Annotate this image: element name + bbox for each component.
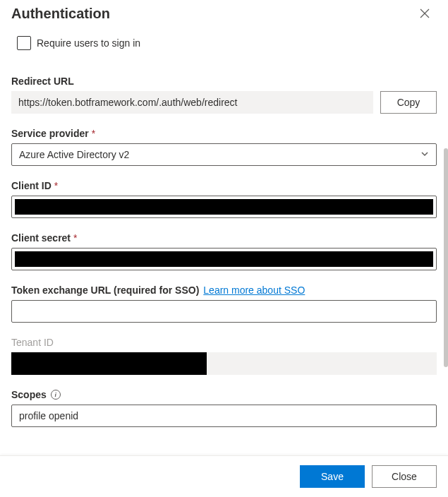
footer-bar: Save Close [0,455,448,497]
client-id-label: Client ID * [11,180,437,191]
token-exchange-label: Token exchange URL (required for SSO) [11,285,199,296]
client-id-input[interactable] [11,196,437,218]
required-star: * [92,128,95,139]
chevron-down-icon [420,149,429,160]
close-icon[interactable] [420,8,431,20]
tenant-id-input [11,352,437,375]
learn-more-sso-link[interactable]: Learn more about SSO [203,285,305,296]
redacted-content [15,199,433,215]
client-secret-input[interactable] [11,248,437,270]
redirect-url-input[interactable] [11,91,373,114]
info-icon[interactable]: i [51,390,61,400]
copy-button[interactable]: Copy [380,91,437,114]
redirect-url-label: Redirect URL [11,76,437,87]
tenant-id-label: Tenant ID [11,337,437,348]
service-provider-select[interactable]: Azure Active Directory v2 [11,143,437,166]
require-signin-label: Require users to sign in [37,37,140,49]
service-provider-label: Service provider * [11,128,437,139]
redacted-content [11,352,207,375]
redacted-content [15,251,433,267]
required-star: * [73,232,77,244]
service-provider-value: Azure Active Directory v2 [19,149,129,160]
client-secret-label: Client secret * [11,232,437,244]
scopes-input[interactable] [11,405,437,427]
token-exchange-input[interactable] [11,300,437,323]
close-button[interactable]: Close [372,465,437,488]
scrollbar[interactable] [444,148,448,452]
required-star: * [54,180,58,191]
scrollbar-thumb[interactable] [444,148,448,367]
scopes-label: Scopes [11,389,47,400]
save-button[interactable]: Save [300,465,365,488]
require-signin-checkbox[interactable] [17,36,31,50]
page-title: Authentication [11,6,110,22]
